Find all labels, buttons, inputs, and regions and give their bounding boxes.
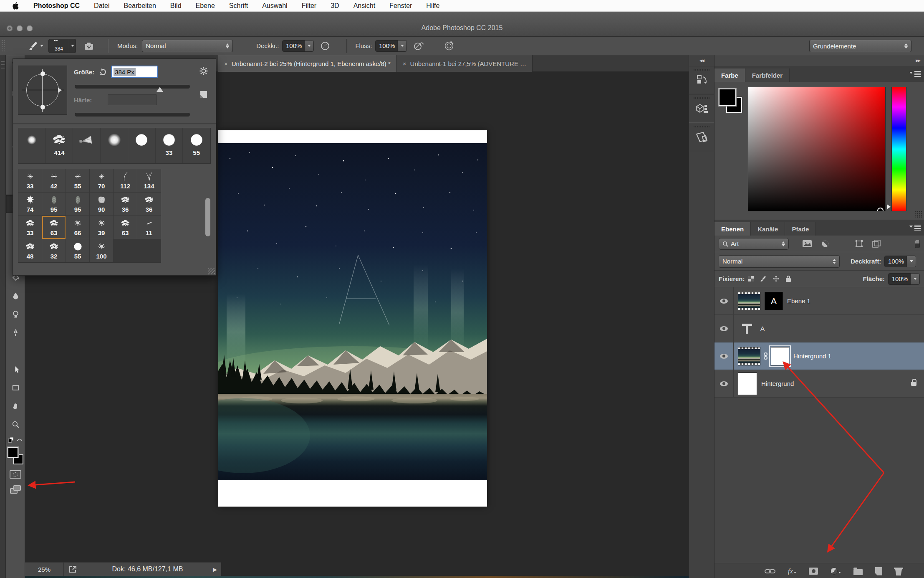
menu-item[interactable]: Schrift [229, 2, 248, 10]
brush-size-field[interactable]: 384 Px [111, 66, 158, 78]
filter-pixel-layers-icon[interactable] [802, 240, 812, 248]
blur-tool[interactable] [6, 286, 25, 305]
menu-item[interactable]: Ansicht [353, 2, 375, 10]
filter-adjustment-layers-icon[interactable] [821, 240, 829, 248]
layer-thumbnail[interactable] [738, 373, 757, 395]
pen-tool[interactable] [6, 323, 25, 342]
panel-tab[interactable]: Ebenen [714, 222, 751, 236]
layer-row-selected[interactable]: Hintergrund 1 [714, 342, 924, 370]
share-icon[interactable] [64, 565, 82, 573]
dodge-tool[interactable] [6, 305, 25, 323]
new-layer-button[interactable] [875, 567, 882, 575]
current-tool-button[interactable] [28, 41, 43, 51]
filter-smart-objects-icon[interactable] [872, 240, 881, 248]
open-document[interactable] [218, 130, 487, 507]
panel-resize-grip[interactable] [208, 268, 215, 274]
new-group-button[interactable] [853, 569, 863, 575]
lock-all-icon[interactable] [785, 275, 791, 282]
brush-angle-widget[interactable] [18, 66, 67, 115]
panel-menu-icon[interactable] [909, 70, 921, 76]
layer-name[interactable]: Hintergrund 1 [793, 352, 831, 360]
brush-preset[interactable]: 66 [66, 216, 89, 239]
layer-name[interactable]: Hintergrund [761, 380, 794, 387]
opacity-caret-button[interactable] [304, 41, 313, 51]
brush-preset[interactable]: 33 [18, 216, 42, 239]
menu-item[interactable]: Datei [94, 2, 109, 10]
brush-preset[interactable]: 55 [183, 128, 210, 163]
layer-name[interactable]: A [760, 325, 765, 332]
brush-preset[interactable]: 90 [90, 193, 113, 215]
brush-preset[interactable]: 414 [46, 128, 73, 163]
brush-preset-picker[interactable]: 384 [48, 39, 76, 53]
zoom-tool[interactable] [6, 415, 25, 434]
workspace-switcher[interactable]: Grundelemente [809, 40, 911, 52]
brush-preset[interactable] [73, 128, 101, 163]
new-adjustment-layer-button[interactable] [831, 568, 841, 575]
layer-row[interactable]: Hintergrund [714, 370, 924, 398]
brush-preset[interactable]: 95 [42, 193, 66, 215]
layer-name[interactable]: Ebene 1 [787, 297, 810, 304]
brush-preset[interactable]: 63 [114, 216, 137, 239]
type-tool[interactable] [6, 342, 25, 360]
brush-preset[interactable] [128, 128, 156, 163]
layer-style-button[interactable]: fx [788, 567, 796, 575]
status-arrow-icon[interactable]: ▶ [213, 566, 221, 573]
link-layers-button[interactable] [765, 568, 775, 574]
new-preset-icon[interactable] [199, 90, 208, 99]
collapse-panels-icon[interactable]: ▶▶ [714, 55, 924, 66]
visibility-toggle[interactable] [714, 315, 734, 342]
brush-preset[interactable]: 55 [66, 239, 89, 262]
brush-preset[interactable]: 100 [90, 239, 113, 262]
swap-colors-icon[interactable] [17, 437, 23, 442]
options-bar-grip[interactable] [2, 40, 5, 52]
zoom-level-field[interactable]: 25% [25, 566, 63, 573]
lock-position-icon[interactable] [773, 275, 780, 282]
3d-panel-button[interactable] [689, 94, 714, 123]
brush-preset[interactable]: 74 [18, 193, 42, 215]
flow-dropdown[interactable]: 100% [375, 40, 407, 52]
lock-transparency-icon[interactable] [748, 276, 754, 281]
visibility-toggle[interactable] [714, 370, 734, 397]
brush-preset[interactable]: 63 [42, 216, 66, 239]
menu-item[interactable]: Bearbeiten [124, 2, 156, 10]
menu-item[interactable]: Hilfe [426, 2, 439, 10]
add-layer-mask-button[interactable] [809, 568, 818, 575]
clone-source-panel-button[interactable] [689, 123, 714, 151]
layer-row[interactable]: A [714, 315, 924, 342]
hue-pointer-icon[interactable] [887, 204, 893, 209]
layer-thumbnail[interactable] [738, 292, 760, 310]
rectangle-tool[interactable] [6, 378, 25, 397]
history-panel-button[interactable] [689, 66, 714, 94]
delete-layer-button[interactable] [895, 568, 902, 575]
brush-preset[interactable] [18, 128, 46, 163]
panel-tab[interactable]: Kanäle [751, 222, 785, 236]
layer-mask-thumbnail[interactable]: A [765, 292, 783, 310]
brush-preset[interactable]: 48 [18, 239, 42, 262]
foreground-background-swatches[interactable] [7, 447, 24, 464]
screen-mode-button[interactable] [10, 485, 21, 494]
apple-icon[interactable] [13, 2, 19, 10]
path-selection-tool[interactable] [6, 360, 25, 378]
foreground-color-swatch[interactable] [8, 447, 18, 458]
brush-preset[interactable]: 55 [66, 169, 89, 192]
flow-caret-button[interactable] [397, 41, 406, 51]
layer-filter-toggle[interactable] [915, 240, 920, 248]
layer-opacity-dropdown[interactable]: 100% [884, 256, 916, 267]
visibility-toggle[interactable] [714, 287, 734, 314]
menu-item[interactable]: Ebene [196, 2, 215, 10]
brush-preset[interactable]: 70 [90, 169, 113, 192]
brush-preset[interactable] [101, 128, 128, 163]
menu-item[interactable]: 3D [331, 2, 339, 10]
document-tab[interactable]: × Unbenannt-1 bei 27,5% (ADVENTURE … [397, 55, 533, 72]
filter-type-layers-icon[interactable] [838, 240, 846, 248]
color-swatches-widget[interactable] [718, 88, 745, 115]
foreground-color-swatch[interactable] [719, 89, 736, 106]
menu-item[interactable]: Fenster [389, 2, 412, 10]
hue-strip[interactable] [891, 87, 906, 211]
brush-preset[interactable]: 42 [42, 169, 66, 192]
reset-icon[interactable] [98, 68, 107, 76]
menu-app-name[interactable]: Photoshop CC [33, 2, 80, 10]
brush-preset[interactable]: 11 [137, 216, 161, 239]
brush-preset[interactable]: 36 [114, 193, 137, 215]
airbrush-icon[interactable] [412, 40, 426, 52]
